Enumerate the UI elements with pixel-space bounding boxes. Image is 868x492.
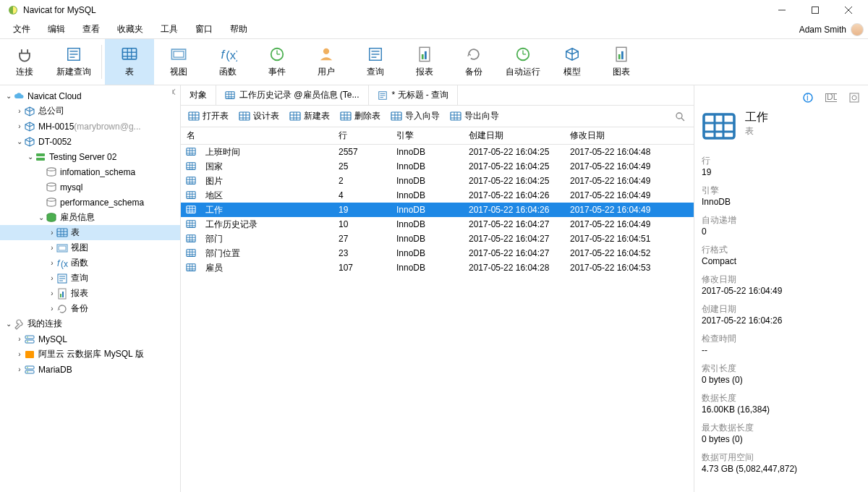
col-modified[interactable]: 修改日期	[564, 130, 665, 142]
table-row[interactable]: 工作历史记录10InnoDB2017-05-22 16:04:272017-05…	[181, 217, 694, 232]
tree-local-2[interactable]: ›MariaDB	[0, 362, 180, 377]
info-tab-preview-icon[interactable]	[848, 91, 861, 104]
tree-db-2[interactable]: performance_schema	[0, 195, 180, 210]
toolbar-view-button[interactable]: 视图	[154, 39, 203, 85]
design-icon	[239, 111, 250, 122]
tree-org-1[interactable]: ›MH-0015 (marybrown@g...	[0, 119, 180, 134]
close-button[interactable]	[832, 0, 865, 20]
table-grid: 名 行 引擎 创建日期 修改日期 上班时间2557InnoDB2017-05-2…	[181, 127, 694, 492]
tree-db-0[interactable]: infomation_schema	[0, 164, 180, 179]
view-icon	[169, 46, 189, 63]
twisty-icon[interactable]: ›	[48, 274, 56, 282]
menu-view[interactable]: 查看	[74, 20, 109, 38]
tree-my-connections[interactable]: ⌄我的连接	[0, 316, 180, 331]
menu-window[interactable]: 窗口	[187, 20, 221, 38]
tree-item-icon	[13, 90, 25, 102]
twisty-icon[interactable]: ⌄	[26, 153, 35, 161]
minimize-button[interactable]	[765, 0, 799, 20]
query-icon	[378, 90, 388, 101]
objtb-new-button[interactable]: 新建表	[285, 108, 334, 124]
info-tab-ddl-icon[interactable]: DDL	[825, 91, 838, 104]
table-row[interactable]: 部门位置23InnoDB2017-05-22 16:04:272017-05-2…	[181, 246, 694, 260]
twisty-icon[interactable]: ›	[48, 244, 56, 252]
col-name[interactable]: 名	[181, 130, 333, 142]
toolbar-model-button[interactable]: 模型	[548, 39, 597, 85]
tree-local-1[interactable]: ›阿里云 云数据库 MySQL 版	[0, 347, 180, 362]
user-account[interactable]: Adam Smith	[799, 23, 868, 36]
twisty-icon[interactable]: ⌄	[15, 137, 24, 145]
table-row[interactable]: 图片2InnoDB2017-05-22 16:04:252017-05-22 1…	[181, 174, 694, 188]
tree-cat-1[interactable]: ›视图	[0, 240, 180, 255]
objtb-open-button[interactable]: 打开表	[184, 108, 233, 124]
tree-db-3[interactable]: ⌄雇员信息	[0, 210, 180, 225]
tab-2[interactable]: * 无标题 - 查询	[369, 85, 459, 105]
twisty-icon[interactable]: ›	[15, 107, 24, 115]
objtb-delete-button[interactable]: 删除表	[336, 108, 385, 124]
twisty-icon[interactable]: ›	[48, 289, 56, 297]
object-subtitle: 表	[745, 125, 768, 137]
objtb-import-button[interactable]: 导入向导	[386, 108, 444, 124]
toolbar-plug-button[interactable]: 连接	[0, 39, 49, 85]
collapse-sidebar-icon[interactable]	[171, 88, 179, 96]
table-row[interactable]: 部门27InnoDB2017-05-22 16:04:272017-05-22 …	[181, 232, 694, 246]
twisty-icon[interactable]: ›	[15, 122, 24, 130]
tab-0[interactable]: 对象	[181, 85, 216, 105]
objtb-export-button[interactable]: 导出向导	[446, 108, 503, 124]
tab-1[interactable]: 工作历史记录 @雇员信息 (Te...	[216, 85, 369, 105]
search-icon[interactable]	[675, 111, 691, 122]
toolbar-newquery-button[interactable]: 新建查询	[49, 39, 98, 85]
tree-navicat-cloud[interactable]: ⌄Navicat Cloud	[0, 88, 180, 103]
plug-icon	[14, 46, 35, 63]
table-row[interactable]: 雇员107InnoDB2017-05-22 16:04:282017-05-22…	[181, 260, 694, 275]
toolbar-user-button[interactable]: 用户	[302, 39, 351, 85]
svg-point-46	[852, 96, 856, 100]
menu-help[interactable]: 帮助	[221, 20, 256, 38]
toolbar-query-button[interactable]: 查询	[351, 39, 400, 85]
twisty-icon[interactable]: ⌄	[4, 92, 13, 100]
tree-item-icon	[24, 349, 35, 360]
tree-cat-4[interactable]: ›报表	[0, 286, 180, 301]
table-row[interactable]: 工作19InnoDB2017-05-22 16:04:262017-05-22 …	[181, 203, 694, 217]
tree-cat-0[interactable]: ›表	[0, 225, 180, 240]
prop-row: 修改日期2017-05-22 16:04:49	[702, 273, 861, 296]
toolbar-clock-button[interactable]: 事件	[252, 39, 302, 85]
twisty-icon[interactable]: ›	[48, 305, 56, 313]
twisty-icon[interactable]: ›	[48, 229, 56, 237]
maximize-button[interactable]	[799, 0, 832, 20]
toolbar-report-button[interactable]: 报表	[400, 39, 449, 85]
table-icon	[185, 190, 197, 200]
tree-cat-3[interactable]: ›查询	[0, 271, 180, 286]
menu-tools[interactable]: 工具	[152, 20, 187, 38]
col-rows[interactable]: 行	[333, 130, 391, 142]
twisty-icon[interactable]: ›	[15, 350, 24, 358]
menu-edit[interactable]: 编辑	[39, 20, 74, 38]
tree-cat-5[interactable]: ›备份	[0, 301, 180, 316]
toolbar-chart-button[interactable]: 图表	[597, 39, 646, 85]
tree-db-1[interactable]: mysql	[0, 179, 180, 195]
toolbar-table-button[interactable]: 表	[105, 39, 154, 85]
table-row[interactable]: 地区4InnoDB2017-05-22 16:04:262017-05-22 1…	[181, 188, 694, 203]
twisty-icon[interactable]: ⌄	[37, 213, 46, 221]
tree-server[interactable]: ⌄Testing Server 02	[0, 149, 180, 164]
tree-org-0[interactable]: ›总公司	[0, 103, 180, 119]
delete-icon	[340, 111, 352, 122]
table-row[interactable]: 上班时间2557InnoDB2017-05-22 16:04:252017-05…	[181, 145, 694, 159]
menu-file[interactable]: 文件	[4, 20, 39, 38]
table-icon	[185, 234, 197, 244]
twisty-icon[interactable]: ›	[48, 259, 56, 267]
col-created[interactable]: 创建日期	[463, 130, 564, 142]
twisty-icon[interactable]: ›	[15, 335, 24, 343]
table-row[interactable]: 国家25InnoDB2017-05-22 16:04:252017-05-22 …	[181, 159, 694, 174]
twisty-icon[interactable]: ›	[15, 365, 24, 373]
info-tab-general-icon[interactable]: i	[801, 91, 814, 104]
tree-local-0[interactable]: ›MySQL	[0, 331, 180, 347]
tree-org-2[interactable]: ⌄DT-0052	[0, 134, 180, 149]
toolbar-auto-button[interactable]: 自动运行	[498, 39, 548, 85]
toolbar-fx-button[interactable]: 函数	[203, 39, 252, 85]
menu-favorites[interactable]: 收藏夹	[109, 20, 152, 38]
tree-cat-2[interactable]: ›函数	[0, 255, 180, 271]
toolbar-backup-button[interactable]: 备份	[449, 39, 498, 85]
col-engine[interactable]: 引擎	[391, 130, 463, 142]
objtb-design-button[interactable]: 设计表	[234, 108, 284, 124]
twisty-icon[interactable]: ⌄	[4, 320, 13, 328]
